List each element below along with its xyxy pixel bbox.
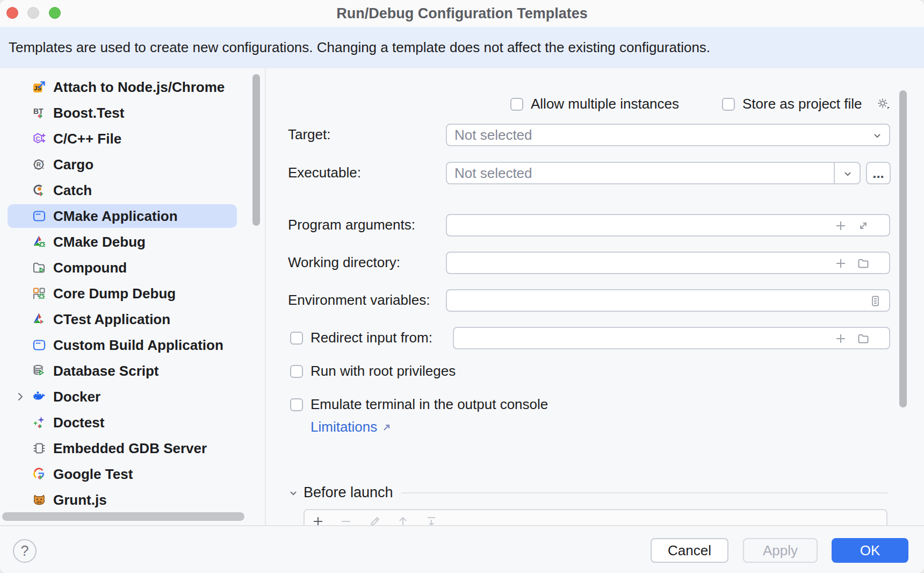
template-settings-panel: Allow multiple instances Store as projec… <box>265 68 924 525</box>
allow-multiple-instances-checkbox[interactable] <box>510 98 523 111</box>
sidebar-item-label: C/C++ File <box>53 131 121 147</box>
sidebar-item-grunt-js[interactable]: Grunt.js <box>0 487 265 513</box>
folder-icon[interactable] <box>857 257 870 270</box>
before-launch-header: Before launch <box>304 484 393 501</box>
insert-macro-icon[interactable] <box>834 219 847 232</box>
target-select[interactable]: Not selected <box>446 124 890 146</box>
sidebar-item-label: Grunt.js <box>53 492 107 508</box>
remove-task-icon[interactable] <box>340 515 352 525</box>
sidebar-item-label: Attach to Node.js/Chrome <box>53 79 225 96</box>
info-banner: Templates are used to create new configu… <box>0 27 924 68</box>
sidebar-item-attach-to-node-js-chrome[interactable]: JSAttach to Node.js/Chrome <box>0 74 265 100</box>
gruntjs-icon <box>32 493 46 507</box>
executable-label: Executable: <box>288 164 361 181</box>
limitations-link[interactable]: Limitations <box>311 419 392 435</box>
doctest-icon <box>32 416 46 429</box>
run-debug-templates-dialog: Run/Debug Configuration Templates Templa… <box>0 0 924 573</box>
cpp-file-icon: C <box>32 132 46 146</box>
sidebar-item-boost-test[interactable]: BTBoost.Test <box>0 100 265 126</box>
insert-macro-icon[interactable] <box>834 332 847 345</box>
sidebar-item-c-c-file[interactable]: CC/C++ File <box>0 126 265 152</box>
redirect-input-input[interactable] <box>453 327 890 349</box>
environment-variables-input[interactable] <box>446 289 890 312</box>
window-title: Run/Debug Configuration Templates <box>0 0 924 27</box>
sidebar-item-label: Compound <box>53 260 127 276</box>
sidebar-item-database-script[interactable]: Database Script <box>0 358 265 384</box>
boost-test-icon: BT <box>32 106 46 120</box>
attach-nodejs-chrome-icon: JS <box>32 80 46 94</box>
sidebar-item-label: CTest Application <box>53 311 170 328</box>
sidebar-item-cmake-application[interactable]: CMake Application <box>0 203 265 229</box>
emulate-terminal-label: Emulate terminal in the output console <box>311 396 548 413</box>
sidebar-item-cargo[interactable]: RCargo <box>0 152 265 177</box>
external-link-icon <box>381 422 392 433</box>
catch-icon <box>32 183 46 197</box>
sidebar-item-google-test[interactable]: Google Test <box>0 461 265 487</box>
expand-field-icon[interactable] <box>857 219 870 232</box>
sidebar-item-doctest[interactable]: Doctest <box>0 410 265 435</box>
sidebar-item-compound[interactable]: Compound <box>0 255 265 281</box>
sidebar-item-label: Cargo <box>53 156 93 173</box>
insert-macro-icon[interactable] <box>834 257 847 270</box>
sidebar-item-embedded-gdb-server[interactable]: Embedded GDB Server <box>0 435 265 461</box>
add-task-icon[interactable] <box>312 515 324 525</box>
database-script-icon <box>32 364 46 378</box>
executable-combobox[interactable]: Not selected <box>446 162 861 184</box>
cargo-icon: R <box>32 157 46 171</box>
cancel-button[interactable]: Cancel <box>651 538 728 563</box>
sidebar-horizontal-scrollbar[interactable] <box>2 512 244 521</box>
store-as-project-file-checkbox[interactable] <box>722 98 735 111</box>
sidebar-item-label: Custom Build Application <box>53 337 223 354</box>
sidebar-item-label: Doctest <box>53 414 104 431</box>
template-list: JSAttach to Node.js/ChromeBTBoost.TestCC… <box>0 68 265 525</box>
sidebar-item-custom-build-application[interactable]: Custom Build Application <box>0 332 265 358</box>
info-banner-text: Templates are used to create new configu… <box>9 27 710 68</box>
sidebar-item-label: Embedded GDB Server <box>53 440 207 457</box>
folder-icon[interactable] <box>857 332 870 345</box>
help-button[interactable]: ? <box>13 539 37 563</box>
working-directory-input[interactable] <box>446 252 890 274</box>
program-arguments-input[interactable] <box>446 214 890 237</box>
move-up-icon[interactable] <box>396 515 409 525</box>
embedded-gdb-server-icon <box>32 441 46 455</box>
dialog-footer: ? Cancel Apply OK <box>0 525 924 573</box>
svg-text:C: C <box>36 135 40 142</box>
sidebar-item-core-dump-debug[interactable]: Core Dump Debug <box>0 281 265 306</box>
compound-icon <box>32 261 46 275</box>
run-root-privileges-label: Run with root privileges <box>311 363 456 379</box>
sidebar-item-label: CMake Application <box>53 208 178 225</box>
titlebar: Run/Debug Configuration Templates <box>0 0 924 27</box>
executable-browse-button[interactable]: ... <box>866 162 891 184</box>
core-dump-debug-icon <box>32 286 46 300</box>
edit-task-icon[interactable] <box>369 515 381 525</box>
sidebar-item-ctest-application[interactable]: CTest Application <box>0 306 265 332</box>
working-directory-label: Working directory: <box>288 254 400 271</box>
docker-icon <box>32 390 46 404</box>
chevron-down-icon[interactable] <box>841 167 854 180</box>
sidebar-item-docker[interactable]: Docker <box>0 384 265 410</box>
before-launch-task-list <box>304 509 887 525</box>
ok-button[interactable]: OK <box>832 538 908 563</box>
before-launch-collapse-icon[interactable] <box>287 486 300 499</box>
svg-text:R: R <box>37 161 41 168</box>
redirect-input-label: Redirect input from: <box>311 330 432 346</box>
store-options-gear-icon[interactable] <box>876 96 891 111</box>
sidebar-item-label: Boost.Test <box>53 105 124 121</box>
emulate-terminal-checkbox[interactable] <box>290 398 303 411</box>
sidebar-item-label: Catch <box>53 182 92 199</box>
redirect-input-checkbox[interactable] <box>290 332 303 345</box>
google-test-icon <box>32 467 46 481</box>
sidebar-item-label: Docker <box>53 389 100 405</box>
move-down-icon[interactable] <box>425 515 438 525</box>
target-label: Target: <box>288 126 331 143</box>
settings-vertical-scrollbar[interactable] <box>899 90 907 407</box>
sidebar-vertical-scrollbar[interactable] <box>252 74 260 226</box>
run-root-privileges-checkbox[interactable] <box>290 365 303 378</box>
chevron-down-icon[interactable] <box>871 129 884 142</box>
ctest-application-icon <box>32 312 46 326</box>
sidebar-item-cmake-debug[interactable]: CMake Debug <box>0 229 265 255</box>
apply-button[interactable]: Apply <box>743 538 818 563</box>
sidebar-item-catch[interactable]: Catch <box>0 177 265 203</box>
expand-chevron-icon[interactable] <box>14 390 27 403</box>
edit-variables-icon[interactable] <box>869 295 882 307</box>
